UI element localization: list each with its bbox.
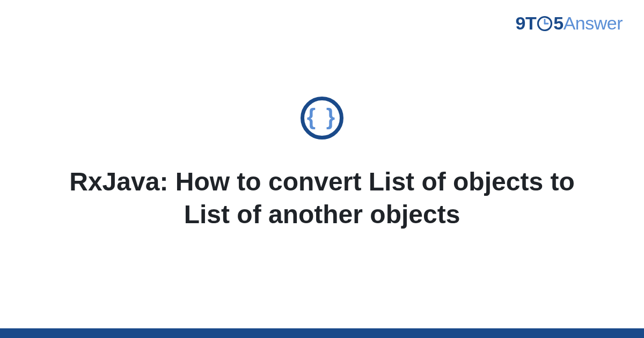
footer-accent-bar <box>0 328 644 338</box>
braces-icon: { } <box>307 106 337 128</box>
page-title: RxJava: How to convert List of objects t… <box>64 165 580 231</box>
main-content: { } RxJava: How to convert List of objec… <box>0 0 644 338</box>
category-icon-circle: { } <box>301 97 343 139</box>
